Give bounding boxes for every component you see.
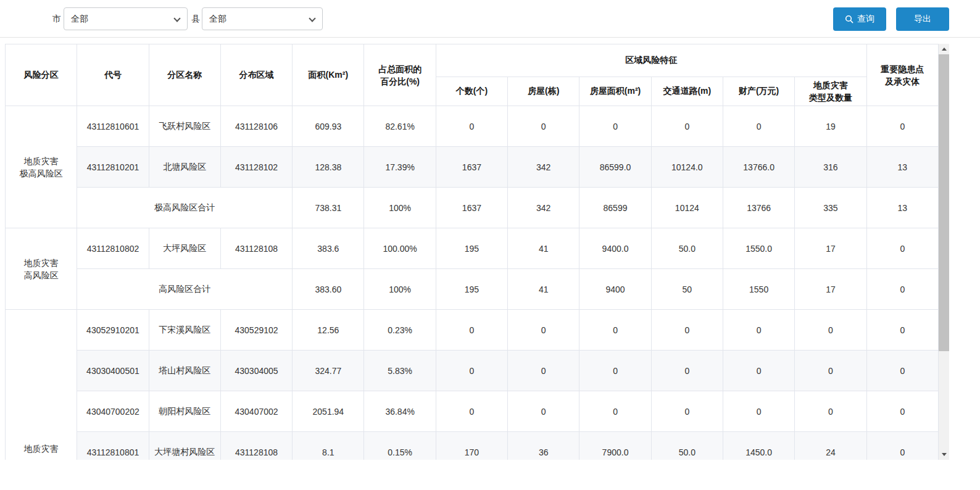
- cell-house-area: 7900.0: [579, 432, 651, 460]
- cell-house-area: 0: [579, 351, 651, 391]
- city-label: 市: [52, 0, 61, 38]
- cell-property: 0: [723, 310, 794, 351]
- cell-count: 0: [436, 391, 507, 432]
- cell-roads: 10124.0: [651, 147, 723, 188]
- cell-roads: 0: [651, 351, 723, 391]
- cell-count: 195: [436, 269, 507, 310]
- table-row: 地质灾害 高风险区 43112810802 大坪风险区 431128108 38…: [6, 228, 939, 269]
- cell-code: 43040700202: [77, 391, 149, 432]
- cell-hazard-count: 0: [795, 351, 866, 391]
- cell-pct: 0.15%: [364, 432, 436, 460]
- col-header-risk-features: 区域风险特征: [436, 44, 866, 77]
- subtotal-label-cell: 极高风险区合计: [77, 188, 293, 228]
- col-header-region: 分布区域: [220, 44, 292, 106]
- cell-hazard-count: 316: [795, 147, 866, 188]
- subheader-houses: 房屋(栋): [508, 77, 579, 106]
- cell-pct: 82.61%: [364, 106, 436, 147]
- cell-pct: 0.23%: [364, 310, 436, 351]
- col-header-percentage: 占总面积的 百分比(%): [364, 44, 436, 106]
- cell-code: 43052910201: [77, 310, 149, 351]
- table-row: 43112810201 北塘风险区 431128102 128.38 17.39…: [6, 147, 939, 188]
- cell-important: 13: [866, 188, 938, 228]
- cell-count: 195: [436, 228, 507, 269]
- subheader-roads: 交通道路(m): [651, 77, 723, 106]
- cell-region: 431128108: [220, 228, 292, 269]
- table-row: 43030400501 塔山村风险区 430304005 324.77 5.83…: [6, 351, 939, 391]
- group-cell-high-risk: 地质灾害 高风险区: [6, 228, 77, 310]
- cell-property: 1550: [723, 269, 794, 310]
- cell-zone-name: 下宋溪风险区: [149, 310, 220, 351]
- cell-hazard-count: 335: [795, 188, 866, 228]
- county-label: 县: [191, 0, 200, 38]
- cell-house-area: 9400.0: [579, 228, 651, 269]
- cell-area: 128.38: [293, 147, 364, 188]
- subtotal-label-cell: 高风险区合计: [77, 269, 293, 310]
- cell-houses: 41: [508, 269, 579, 310]
- cell-houses: 36: [508, 432, 579, 460]
- cell-important: 0: [866, 310, 938, 351]
- cell-region: 430529102: [220, 310, 292, 351]
- cell-region: 431128106: [220, 106, 292, 147]
- query-button[interactable]: 查询: [833, 7, 886, 31]
- cell-house-area: 0: [579, 391, 651, 432]
- cell-count: 0: [436, 106, 507, 147]
- cell-pct: 17.39%: [364, 147, 436, 188]
- cell-pct: 5.83%: [364, 351, 436, 391]
- export-button[interactable]: 导出: [896, 7, 949, 31]
- cell-count: 0: [436, 310, 507, 351]
- arrow-up-icon: [942, 48, 947, 51]
- cell-important: 0: [866, 228, 938, 269]
- table-row: 43112810801 大坪塘村风险区 431128108 8.1 0.15% …: [6, 432, 939, 460]
- cell-region: 431128108: [220, 432, 292, 460]
- risk-table-viewport: 风险分区 代号 分区名称 分布区域 面积(Km²) 占总面积的 百分比(%) 区…: [5, 44, 949, 460]
- city-select[interactable]: 全部: [64, 7, 188, 30]
- vertical-scrollbar[interactable]: [939, 44, 949, 460]
- cell-pct: 36.84%: [364, 391, 436, 432]
- group-cell-extreme-risk: 地质灾害 极高风险区: [6, 106, 77, 228]
- cell-area: 383.60: [293, 269, 364, 310]
- col-header-important-points: 重要隐患点 及承灾体: [866, 44, 938, 106]
- cell-house-area: 0: [579, 106, 651, 147]
- arrow-down-icon: [942, 453, 947, 456]
- cell-important: 0: [866, 106, 938, 147]
- cell-house-area: 0: [579, 310, 651, 351]
- toolbar: 市 全部 县 全部 查询 导出: [0, 0, 980, 38]
- subtotal-row: 高风险区合计 383.60 100% 195 41 9400 50 1550 1…: [6, 269, 939, 310]
- county-select[interactable]: 全部: [202, 7, 323, 30]
- chevron-down-icon: [309, 15, 315, 22]
- cell-count: 1637: [436, 188, 507, 228]
- table-row: 地质灾害 43052910201 下宋溪风险区 430529102 12.56 …: [6, 310, 939, 351]
- cell-houses: 0: [508, 391, 579, 432]
- cell-property: 1550.0: [723, 228, 794, 269]
- col-header-code: 代号: [77, 44, 149, 106]
- cell-property: 13766: [723, 188, 794, 228]
- table-row: 43040700202 朝阳村风险区 430407002 2051.94 36.…: [6, 391, 939, 432]
- cell-hazard-count: 0: [795, 310, 866, 351]
- scroll-thumb[interactable]: [939, 54, 949, 351]
- cell-area: 2051.94: [293, 391, 364, 432]
- cell-zone-name: 飞跃村风险区: [149, 106, 220, 147]
- cell-property: 0: [723, 351, 794, 391]
- cell-area: 324.77: [293, 351, 364, 391]
- cell-count: 170: [436, 432, 507, 460]
- cell-hazard-count: 19: [795, 106, 866, 147]
- scroll-up-button[interactable]: [939, 44, 949, 54]
- query-button-label: 查询: [857, 14, 874, 25]
- cell-area: 8.1: [293, 432, 364, 460]
- cell-zone-name: 大坪塘村风险区: [149, 432, 220, 460]
- cell-roads: 0: [651, 310, 723, 351]
- table-header: 风险分区 代号 分区名称 分布区域 面积(Km²) 占总面积的 百分比(%) 区…: [6, 44, 939, 106]
- cell-property: 13766.0: [723, 147, 794, 188]
- cell-houses: 0: [508, 106, 579, 147]
- table-row: 地质灾害 极高风险区 43112810601 飞跃村风险区 431128106 …: [6, 106, 939, 147]
- cell-important: 0: [866, 351, 938, 391]
- city-select-value: 全部: [71, 14, 88, 25]
- col-header-risk-zone: 风险分区: [6, 44, 77, 106]
- cell-houses: 0: [508, 351, 579, 391]
- cell-house-area: 86599.0: [579, 147, 651, 188]
- cell-houses: 0: [508, 310, 579, 351]
- cell-region: 430304005: [220, 351, 292, 391]
- cell-hazard-count: 17: [795, 269, 866, 310]
- search-icon: [845, 15, 853, 23]
- scroll-down-button[interactable]: [939, 449, 949, 460]
